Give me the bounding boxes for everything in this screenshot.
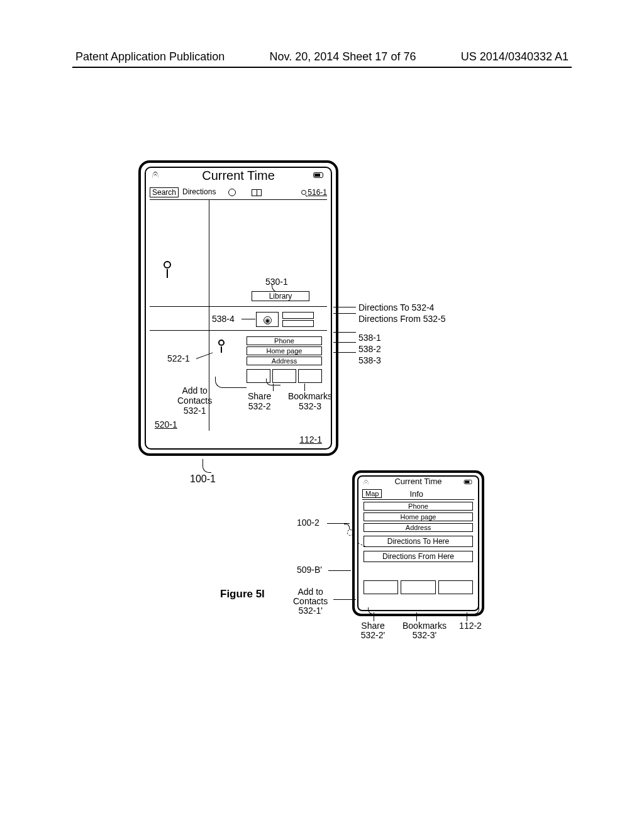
bookmarks-button[interactable] bbox=[298, 369, 322, 383]
label-538-2: 538-2 bbox=[358, 343, 446, 355]
view-mode-icon[interactable] bbox=[252, 189, 262, 196]
share-button[interactable] bbox=[401, 580, 435, 594]
map-horizontal-road-1 bbox=[150, 306, 327, 307]
ref-509-b-prime: 509-B' bbox=[297, 565, 322, 575]
external-labels: Directions To 532-4 Directions From 532-… bbox=[358, 302, 446, 366]
leader-add-to-contacts bbox=[215, 377, 247, 388]
leader-522-1 bbox=[196, 352, 214, 362]
status-title: Current Time bbox=[202, 169, 275, 182]
leader-add-to-contacts-2 bbox=[333, 599, 356, 600]
pointer-509b bbox=[347, 529, 353, 536]
status-bar: Current Time bbox=[358, 477, 478, 488]
label-bookmarks: Bookmarks 532-3 bbox=[288, 391, 332, 411]
top-row: Map Info bbox=[362, 488, 474, 499]
device-100-1-screen: Current Time Search Directions 516-1 530… bbox=[145, 167, 332, 450]
battery-icon bbox=[464, 480, 472, 484]
directions-from-row[interactable]: Directions From Here bbox=[364, 551, 473, 562]
add-to-contacts-button[interactable] bbox=[364, 580, 398, 594]
bottom-labels-d2: Share 532-2' Bookmarks 532-3' 112-2 bbox=[348, 621, 572, 640]
leader-100-2 bbox=[327, 523, 350, 524]
ref-520-1: 520-1 bbox=[155, 419, 177, 429]
ref-112-1: 112-1 bbox=[299, 434, 322, 445]
ref-100-1: 100-1 bbox=[190, 473, 216, 485]
directions-to-row[interactable]: Directions To Here bbox=[364, 536, 473, 547]
label-532-4: Directions To 532-4 bbox=[358, 302, 446, 313]
label-share-2: Share 532-2' bbox=[348, 621, 397, 640]
ref-100-2: 100-2 bbox=[297, 517, 319, 528]
wifi-icon bbox=[151, 172, 160, 179]
search-field-ref[interactable]: 516-1 bbox=[301, 188, 327, 197]
header-left: Patent Application Publication bbox=[75, 50, 225, 64]
leader-share-2 bbox=[374, 612, 374, 621]
label-share: Share 532-2 bbox=[248, 391, 271, 411]
address-row[interactable]: Address bbox=[247, 357, 322, 365]
map-pin-icon[interactable] bbox=[164, 261, 171, 268]
map-button[interactable]: Map bbox=[362, 489, 382, 498]
header-right: US 2014/0340332 A1 bbox=[461, 50, 569, 64]
leader-509-b bbox=[328, 570, 351, 571]
bookmarks-button[interactable] bbox=[438, 580, 473, 594]
ref-112-2: 112-2 bbox=[452, 621, 489, 640]
divider bbox=[362, 499, 474, 500]
header-rule bbox=[72, 67, 572, 68]
toolbar-divider bbox=[150, 199, 327, 200]
figure-label: Figure 5I bbox=[220, 588, 265, 600]
homepage-row[interactable]: Home page bbox=[247, 346, 322, 355]
search-tab[interactable]: Search bbox=[150, 187, 179, 197]
action-button-row bbox=[364, 580, 473, 594]
ref-538-4: 538-4 bbox=[212, 314, 235, 324]
search-ref-label: 516-1 bbox=[308, 188, 327, 197]
map-pin-icon[interactable] bbox=[218, 340, 225, 346]
leader-share bbox=[273, 384, 274, 391]
leader-538-4 bbox=[242, 319, 255, 319]
magnifier-icon bbox=[301, 190, 306, 195]
callout-library[interactable]: Library bbox=[252, 291, 309, 301]
label-538-3: 538-3 bbox=[358, 355, 446, 366]
label-532-5: Directions From 532-5 bbox=[358, 313, 446, 324]
directions-tab[interactable]: Directions bbox=[180, 187, 218, 197]
status-title: Current Time bbox=[394, 477, 441, 486]
battery-icon bbox=[313, 172, 323, 178]
label-bookmarks-2: Bookmarks 532-3' bbox=[397, 621, 452, 640]
phone-row[interactable]: Phone bbox=[247, 336, 322, 345]
phone-row[interactable]: Phone bbox=[364, 502, 473, 511]
address-row[interactable]: Address bbox=[364, 523, 473, 532]
leader-bookmarks-2 bbox=[416, 612, 417, 621]
label-add-to-contacts-2: Add to Contacts 532-1' bbox=[293, 587, 328, 616]
action-button-row bbox=[247, 369, 322, 383]
device-100-2: Current Time Map Info Phone Home page Ad… bbox=[352, 470, 484, 616]
label-538-1: 538-1 bbox=[358, 332, 446, 343]
locate-icon[interactable] bbox=[228, 189, 236, 196]
streetview-icon[interactable]: ◉ bbox=[256, 312, 279, 327]
device-100-2-screen: Current Time Map Info Phone Home page Ad… bbox=[357, 475, 479, 611]
device-100-1: Current Time Search Directions 516-1 530… bbox=[138, 160, 338, 456]
direction-buttons bbox=[282, 312, 314, 328]
directions-to-button[interactable] bbox=[282, 312, 314, 319]
header-center: Nov. 20, 2014 Sheet 17 of 76 bbox=[270, 50, 416, 64]
status-bar: Current Time bbox=[146, 168, 331, 184]
wifi-icon bbox=[362, 480, 369, 486]
leader-bookmarks bbox=[304, 384, 305, 391]
leader-100-1 bbox=[203, 459, 211, 473]
info-rows: Phone Home page Address Directions To He… bbox=[364, 502, 473, 564]
ref-522-1: 522-1 bbox=[167, 353, 190, 363]
label-add-to-contacts: Add to Contacts 532-1 bbox=[177, 385, 212, 416]
directions-from-button[interactable] bbox=[282, 320, 314, 327]
leader-112-2 bbox=[467, 612, 467, 621]
info-label: Info bbox=[409, 489, 423, 499]
toolbar: Search Directions 516-1 bbox=[150, 185, 327, 199]
homepage-row[interactable]: Home page bbox=[364, 512, 473, 521]
map-horizontal-road-2 bbox=[150, 330, 327, 331]
